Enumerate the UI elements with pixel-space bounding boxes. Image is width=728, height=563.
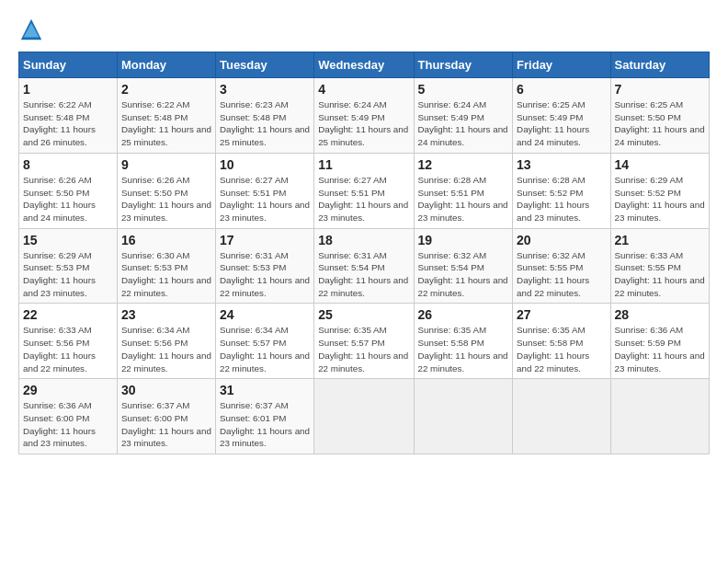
cell-info: Sunrise: 6:29 AMSunset: 5:52 PMDaylight:… bbox=[615, 175, 705, 223]
day-number: 20 bbox=[517, 233, 606, 247]
calendar-cell: 22 Sunrise: 6:33 AMSunset: 5:56 PMDaylig… bbox=[19, 304, 118, 379]
calendar-cell: 9 Sunrise: 6:26 AMSunset: 5:50 PMDayligh… bbox=[117, 153, 215, 228]
cell-info: Sunrise: 6:37 AMSunset: 6:00 PMDaylight:… bbox=[121, 400, 211, 448]
calendar-cell: 5 Sunrise: 6:24 AMSunset: 5:49 PMDayligh… bbox=[414, 78, 513, 154]
calendar-cell: 31 Sunrise: 6:37 AMSunset: 6:01 PMDaylig… bbox=[215, 379, 313, 454]
calendar-cell bbox=[314, 379, 414, 454]
calendar-cell bbox=[414, 379, 513, 454]
calendar-cell bbox=[513, 379, 610, 454]
calendar-cell: 4 Sunrise: 6:24 AMSunset: 5:49 PMDayligh… bbox=[314, 78, 414, 154]
day-number: 17 bbox=[220, 233, 310, 247]
cell-info: Sunrise: 6:34 AMSunset: 5:57 PMDaylight:… bbox=[220, 325, 310, 373]
calendar-cell bbox=[610, 379, 709, 454]
calendar-cell: 19 Sunrise: 6:32 AMSunset: 5:54 PMDaylig… bbox=[414, 228, 513, 304]
calendar-cell: 16 Sunrise: 6:30 AMSunset: 5:53 PMDaylig… bbox=[117, 228, 215, 304]
cell-info: Sunrise: 6:36 AMSunset: 6:00 PMDaylight:… bbox=[23, 400, 96, 448]
day-number: 7 bbox=[615, 82, 705, 97]
day-number: 14 bbox=[615, 157, 705, 172]
calendar-cell: 3 Sunrise: 6:23 AMSunset: 5:48 PMDayligh… bbox=[215, 78, 313, 154]
header bbox=[18, 17, 710, 42]
calendar-cell: 18 Sunrise: 6:31 AMSunset: 5:54 PMDaylig… bbox=[314, 228, 414, 304]
calendar-cell: 29 Sunrise: 6:36 AMSunset: 6:00 PMDaylig… bbox=[19, 379, 118, 454]
day-number: 2 bbox=[121, 82, 211, 97]
calendar-header: SundayMondayTuesdayWednesdayThursdayFrid… bbox=[19, 52, 710, 78]
day-number: 25 bbox=[318, 307, 409, 322]
calendar-cell: 21 Sunrise: 6:33 AMSunset: 5:55 PMDaylig… bbox=[610, 228, 709, 304]
day-number: 12 bbox=[418, 157, 509, 172]
logo-icon bbox=[18, 17, 44, 42]
day-number: 26 bbox=[418, 307, 509, 322]
cell-info: Sunrise: 6:24 AMSunset: 5:49 PMDaylight:… bbox=[418, 99, 508, 147]
calendar-cell: 10 Sunrise: 6:27 AMSunset: 5:51 PMDaylig… bbox=[215, 153, 313, 228]
header-day-wednesday: Wednesday bbox=[314, 52, 414, 78]
cell-info: Sunrise: 6:33 AMSunset: 5:56 PMDaylight:… bbox=[23, 325, 96, 373]
calendar-cell: 7 Sunrise: 6:25 AMSunset: 5:50 PMDayligh… bbox=[610, 78, 709, 154]
cell-info: Sunrise: 6:32 AMSunset: 5:54 PMDaylight:… bbox=[418, 250, 508, 298]
calendar-cell: 14 Sunrise: 6:29 AMSunset: 5:52 PMDaylig… bbox=[610, 153, 709, 228]
calendar-cell: 11 Sunrise: 6:27 AMSunset: 5:51 PMDaylig… bbox=[314, 153, 414, 228]
week-row-1: 1 Sunrise: 6:22 AMSunset: 5:48 PMDayligh… bbox=[19, 78, 710, 154]
day-number: 19 bbox=[418, 233, 509, 247]
cell-info: Sunrise: 6:34 AMSunset: 5:56 PMDaylight:… bbox=[121, 325, 211, 373]
week-row-2: 8 Sunrise: 6:26 AMSunset: 5:50 PMDayligh… bbox=[19, 153, 710, 228]
header-day-friday: Friday bbox=[513, 52, 610, 78]
cell-info: Sunrise: 6:27 AMSunset: 5:51 PMDaylight:… bbox=[318, 175, 408, 223]
day-number: 30 bbox=[121, 383, 211, 397]
cell-info: Sunrise: 6:22 AMSunset: 5:48 PMDaylight:… bbox=[23, 99, 96, 147]
day-number: 22 bbox=[23, 307, 113, 322]
cell-info: Sunrise: 6:31 AMSunset: 5:53 PMDaylight:… bbox=[220, 250, 310, 298]
calendar-cell: 28 Sunrise: 6:36 AMSunset: 5:59 PMDaylig… bbox=[610, 304, 709, 379]
day-number: 16 bbox=[121, 233, 211, 247]
day-number: 29 bbox=[23, 383, 113, 397]
calendar-cell: 8 Sunrise: 6:26 AMSunset: 5:50 PMDayligh… bbox=[19, 153, 118, 228]
header-day-saturday: Saturday bbox=[610, 52, 709, 78]
day-number: 15 bbox=[23, 233, 113, 247]
header-day-tuesday: Tuesday bbox=[215, 52, 313, 78]
cell-info: Sunrise: 6:27 AMSunset: 5:51 PMDaylight:… bbox=[220, 175, 310, 223]
week-row-5: 29 Sunrise: 6:36 AMSunset: 6:00 PMDaylig… bbox=[19, 379, 710, 454]
calendar-cell: 27 Sunrise: 6:35 AMSunset: 5:58 PMDaylig… bbox=[513, 304, 610, 379]
cell-info: Sunrise: 6:35 AMSunset: 5:58 PMDaylight:… bbox=[418, 325, 508, 373]
cell-info: Sunrise: 6:25 AMSunset: 5:50 PMDaylight:… bbox=[615, 99, 705, 147]
day-number: 18 bbox=[318, 233, 409, 247]
day-number: 11 bbox=[318, 157, 409, 172]
day-number: 13 bbox=[517, 157, 606, 172]
cell-info: Sunrise: 6:31 AMSunset: 5:54 PMDaylight:… bbox=[318, 250, 408, 298]
calendar-cell: 15 Sunrise: 6:29 AMSunset: 5:53 PMDaylig… bbox=[19, 228, 118, 304]
logo bbox=[18, 17, 46, 42]
calendar-cell: 30 Sunrise: 6:37 AMSunset: 6:00 PMDaylig… bbox=[117, 379, 215, 454]
cell-info: Sunrise: 6:28 AMSunset: 5:52 PMDaylight:… bbox=[517, 175, 589, 223]
cell-info: Sunrise: 6:23 AMSunset: 5:48 PMDaylight:… bbox=[220, 99, 310, 147]
day-number: 24 bbox=[220, 307, 310, 322]
calendar-cell: 12 Sunrise: 6:28 AMSunset: 5:51 PMDaylig… bbox=[414, 153, 513, 228]
cell-info: Sunrise: 6:37 AMSunset: 6:01 PMDaylight:… bbox=[220, 400, 310, 448]
cell-info: Sunrise: 6:36 AMSunset: 5:59 PMDaylight:… bbox=[615, 325, 705, 373]
cell-info: Sunrise: 6:25 AMSunset: 5:49 PMDaylight:… bbox=[517, 99, 589, 147]
calendar-cell: 24 Sunrise: 6:34 AMSunset: 5:57 PMDaylig… bbox=[215, 304, 313, 379]
day-number: 21 bbox=[615, 233, 705, 247]
cell-info: Sunrise: 6:28 AMSunset: 5:51 PMDaylight:… bbox=[418, 175, 508, 223]
day-number: 28 bbox=[615, 307, 705, 322]
calendar-cell: 25 Sunrise: 6:35 AMSunset: 5:57 PMDaylig… bbox=[314, 304, 414, 379]
header-day-thursday: Thursday bbox=[414, 52, 513, 78]
day-number: 8 bbox=[23, 157, 113, 172]
cell-info: Sunrise: 6:33 AMSunset: 5:55 PMDaylight:… bbox=[615, 250, 705, 298]
page: SundayMondayTuesdayWednesdayThursdayFrid… bbox=[0, 0, 728, 464]
header-day-sunday: Sunday bbox=[19, 52, 118, 78]
calendar-cell: 6 Sunrise: 6:25 AMSunset: 5:49 PMDayligh… bbox=[513, 78, 610, 154]
week-row-4: 22 Sunrise: 6:33 AMSunset: 5:56 PMDaylig… bbox=[19, 304, 710, 379]
day-number: 4 bbox=[318, 82, 409, 97]
day-number: 27 bbox=[517, 307, 606, 322]
calendar-table: SundayMondayTuesdayWednesdayThursdayFrid… bbox=[18, 52, 710, 454]
calendar-cell: 2 Sunrise: 6:22 AMSunset: 5:48 PMDayligh… bbox=[117, 78, 215, 154]
cell-info: Sunrise: 6:26 AMSunset: 5:50 PMDaylight:… bbox=[23, 175, 96, 223]
cell-info: Sunrise: 6:29 AMSunset: 5:53 PMDaylight:… bbox=[23, 250, 96, 298]
cell-info: Sunrise: 6:35 AMSunset: 5:58 PMDaylight:… bbox=[517, 325, 589, 373]
day-number: 3 bbox=[220, 82, 310, 97]
header-row: SundayMondayTuesdayWednesdayThursdayFrid… bbox=[19, 52, 710, 78]
header-day-monday: Monday bbox=[117, 52, 215, 78]
day-number: 10 bbox=[220, 157, 310, 172]
cell-info: Sunrise: 6:26 AMSunset: 5:50 PMDaylight:… bbox=[121, 175, 211, 223]
calendar-cell: 26 Sunrise: 6:35 AMSunset: 5:58 PMDaylig… bbox=[414, 304, 513, 379]
day-number: 5 bbox=[418, 82, 509, 97]
